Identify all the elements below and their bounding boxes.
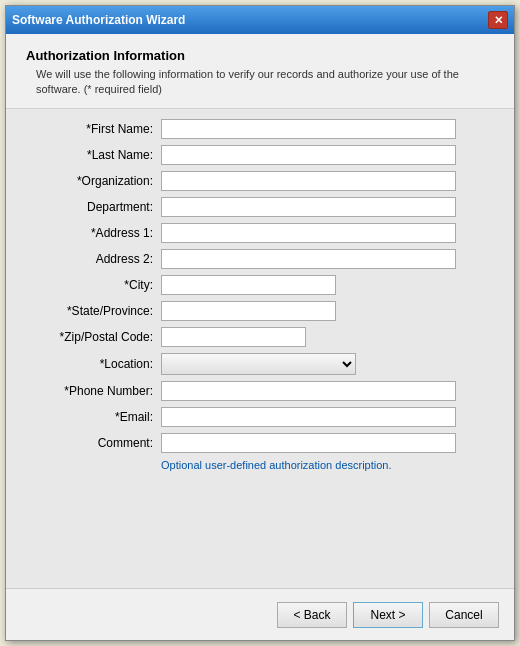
header-description: We will use the following information to… (36, 67, 494, 98)
state-input[interactable] (161, 301, 336, 321)
window-content: Authorization Information We will use th… (6, 34, 514, 640)
phone-label: *Phone Number: (26, 384, 161, 398)
address1-row: *Address 1: (26, 223, 494, 243)
header-title: Authorization Information (26, 48, 494, 63)
back-button[interactable]: < Back (277, 602, 347, 628)
city-label: *City: (26, 278, 161, 292)
zip-row: *Zip/Postal Code: (26, 327, 494, 347)
zip-input[interactable] (161, 327, 306, 347)
software-authorization-wizard: Software Authorization Wizard ✕ Authoriz… (5, 5, 515, 641)
comment-row: Comment: (26, 433, 494, 453)
address2-input[interactable] (161, 249, 456, 269)
next-button[interactable]: Next > (353, 602, 423, 628)
cancel-button[interactable]: Cancel (429, 602, 499, 628)
address1-input[interactable] (161, 223, 456, 243)
phone-input[interactable] (161, 381, 456, 401)
form-area: *First Name: *Last Name: *Organization: … (6, 109, 514, 588)
close-button[interactable]: ✕ (488, 11, 508, 29)
comment-input[interactable] (161, 433, 456, 453)
header-section: Authorization Information We will use th… (6, 34, 514, 109)
address2-label: Address 2: (26, 252, 161, 266)
location-label: *Location: (26, 357, 161, 371)
city-row: *City: (26, 275, 494, 295)
zip-label: *Zip/Postal Code: (26, 330, 161, 344)
phone-row: *Phone Number: (26, 381, 494, 401)
city-input[interactable] (161, 275, 336, 295)
last-name-label: *Last Name: (26, 148, 161, 162)
last-name-input[interactable] (161, 145, 456, 165)
organization-row: *Organization: (26, 171, 494, 191)
department-row: Department: (26, 197, 494, 217)
comment-label: Comment: (26, 436, 161, 450)
state-row: *State/Province: (26, 301, 494, 321)
state-label: *State/Province: (26, 304, 161, 318)
organization-label: *Organization: (26, 174, 161, 188)
address1-label: *Address 1: (26, 226, 161, 240)
title-bar: Software Authorization Wizard ✕ (6, 6, 514, 34)
location-row: *Location: (26, 353, 494, 375)
organization-input[interactable] (161, 171, 456, 191)
address2-row: Address 2: (26, 249, 494, 269)
location-select[interactable] (161, 353, 356, 375)
department-label: Department: (26, 200, 161, 214)
department-input[interactable] (161, 197, 456, 217)
last-name-row: *Last Name: (26, 145, 494, 165)
footer-section: < Back Next > Cancel (6, 588, 514, 640)
email-row: *Email: (26, 407, 494, 427)
email-label: *Email: (26, 410, 161, 424)
window-title: Software Authorization Wizard (12, 13, 185, 27)
email-input[interactable] (161, 407, 456, 427)
first-name-label: *First Name: (26, 122, 161, 136)
optional-note: Optional user-defined authorization desc… (161, 459, 494, 471)
first-name-row: *First Name: (26, 119, 494, 139)
first-name-input[interactable] (161, 119, 456, 139)
